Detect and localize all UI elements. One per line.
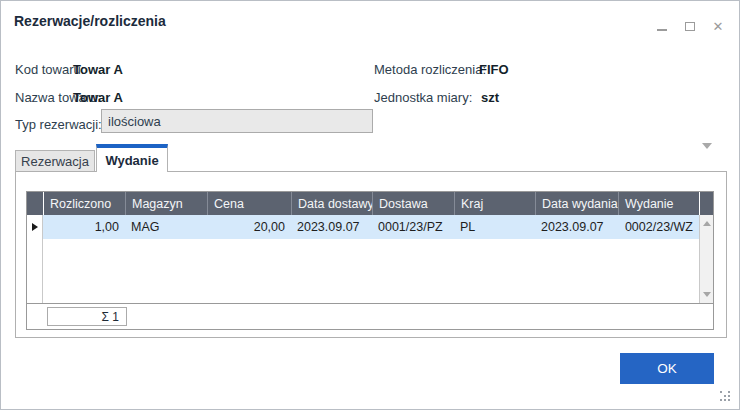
dialog-title: Rezerwacje/rozliczenia — [14, 13, 166, 29]
table-row[interactable]: 1,00 MAG 20,00 2023.09.07 0001/23/PZ PL … — [27, 215, 699, 239]
grid-selector-header — [27, 192, 43, 215]
minimize-button[interactable] — [655, 19, 669, 33]
data-grid: Rozliczono Magazyn Cena Data dostawy Dos… — [26, 191, 714, 330]
scroll-down-icon[interactable] — [703, 292, 711, 297]
tab-content-panel: Rozliczono Magazyn Cena Data dostawy Dos… — [15, 171, 727, 338]
jednostka-miary-value: szt — [481, 90, 499, 105]
column-header-dostawa[interactable]: Dostawa — [372, 192, 454, 215]
jednostka-miary-label: Jednostka miary: — [374, 90, 472, 105]
grid-summary-row: Σ 1 — [27, 303, 713, 329]
cell-rozliczono[interactable]: 1,00 — [43, 215, 125, 239]
cell-dostawa[interactable]: 0001/23/PZ — [372, 215, 454, 239]
metoda-rozliczenia-label: Metoda rozliczenia: — [374, 62, 486, 77]
window-controls: ✕ — [655, 19, 725, 33]
tab-wydanie[interactable]: Wydanie — [96, 144, 168, 172]
title-bar: Rezerwacje/rozliczenia ✕ — [1, 1, 739, 43]
chevron-down-icon — [702, 143, 712, 164]
resize-grip-icon — [720, 391, 722, 393]
maximize-icon — [685, 22, 695, 31]
column-header-rozliczono[interactable]: Rozliczono — [43, 192, 125, 215]
summary-count-box: Σ 1 — [47, 307, 127, 326]
tab-list-button[interactable] — [701, 149, 713, 157]
nazwa-towaru-value: Towar A — [73, 90, 123, 105]
scroll-up-icon[interactable] — [703, 221, 711, 226]
tab-wydanie-label: Wydanie — [105, 153, 158, 168]
typ-rezerwacji-input[interactable] — [101, 109, 373, 133]
grid-header-row: Rozliczono Magazyn Cena Data dostawy Dos… — [27, 192, 713, 215]
cell-data-wydania[interactable]: 2023.09.07 — [535, 215, 618, 239]
cell-data-dostawy[interactable]: 2023.09.07 — [291, 215, 372, 239]
column-header-cena[interactable]: Cena — [207, 192, 291, 215]
close-button[interactable]: ✕ — [711, 19, 725, 33]
typ-rezerwacji-label: Typ rezerwacji: — [15, 117, 102, 132]
cell-magazyn[interactable]: MAG — [125, 215, 207, 239]
maximize-button[interactable] — [683, 19, 697, 33]
dialog-window: Rezerwacje/rozliczenia ✕ Kod towaru: Tow… — [0, 0, 740, 410]
column-header-kraj[interactable]: Kraj — [454, 192, 535, 215]
close-icon: ✕ — [713, 20, 724, 33]
ok-button[interactable]: OK — [620, 353, 714, 384]
resize-grip[interactable] — [720, 391, 732, 403]
kod-towaru-value: Towar A — [73, 62, 123, 77]
tab-rezerwacja-label: Rezerwacja — [21, 154, 89, 169]
grid-body: 1,00 MAG 20,00 2023.09.07 0001/23/PZ PL … — [27, 215, 713, 303]
tab-rezerwacja[interactable]: Rezerwacja — [15, 150, 95, 172]
vertical-scrollbar[interactable] — [699, 215, 713, 303]
column-header-wydanie[interactable]: Wydanie — [618, 192, 699, 215]
cell-kraj[interactable]: PL — [454, 215, 535, 239]
column-header-data-wydania[interactable]: Data wydania — [535, 192, 618, 215]
row-selector-cell[interactable] — [27, 215, 43, 239]
minimize-icon — [657, 29, 667, 31]
cell-cena[interactable]: 20,00 — [207, 215, 291, 239]
cell-wydanie[interactable]: 0002/23/WZ — [618, 215, 699, 239]
column-header-magazyn[interactable]: Magazyn — [125, 192, 207, 215]
grid-scrollbar-header — [699, 192, 713, 215]
current-row-arrow-icon — [32, 223, 38, 231]
column-header-data-dostawy[interactable]: Data dostawy — [291, 192, 372, 215]
metoda-rozliczenia-value: FIFO — [479, 62, 509, 77]
